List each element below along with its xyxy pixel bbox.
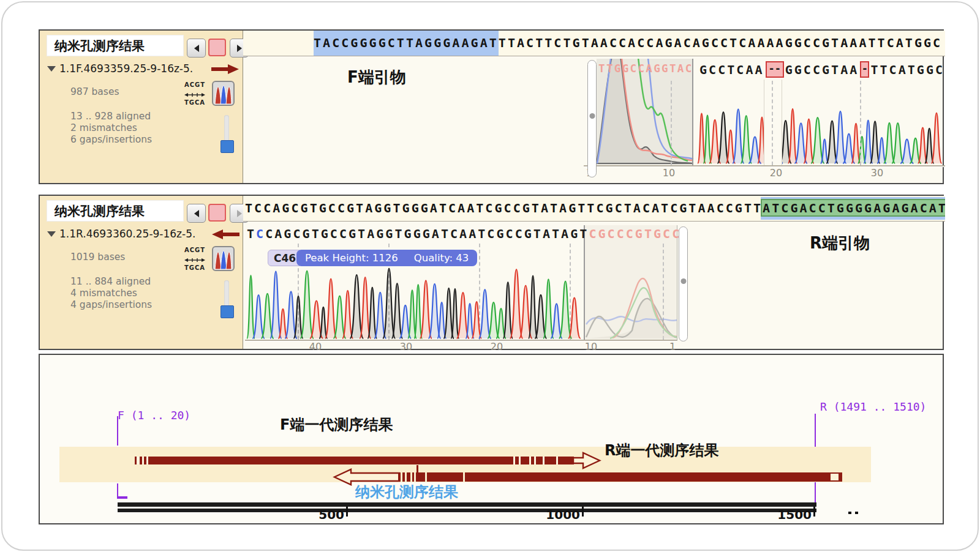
r-primer-range-label[interactable]: R (1491 .. 1510) bbox=[820, 400, 926, 413]
trace-pan-slider[interactable] bbox=[587, 60, 597, 177]
f-primer-bracket-foot bbox=[117, 496, 127, 499]
gridline bbox=[671, 81, 672, 165]
ruler-dot bbox=[848, 512, 851, 514]
r-sanger-label: R端一代测序结果 bbox=[605, 441, 718, 460]
trace-right-edge bbox=[677, 225, 677, 341]
right-arrow-icon bbox=[237, 210, 242, 217]
gap-band bbox=[764, 80, 782, 165]
unaligned-read-bases: CGCCCGTGCC bbox=[589, 226, 681, 241]
ruler-tick-label: 40 bbox=[309, 341, 322, 352]
prev-read-button[interactable] bbox=[187, 204, 206, 223]
gap-marker[interactable]: -- bbox=[766, 61, 784, 78]
read-end-block bbox=[831, 474, 839, 480]
gap-gridline bbox=[860, 81, 861, 165]
mismatch-tick bbox=[425, 472, 427, 482]
ruler-number: 1500 bbox=[777, 507, 812, 522]
ruler-tick-label: 30 bbox=[871, 167, 883, 179]
forward-read-panel: 纳米孔测序结果 1.1F.4693359.25-9-16z-5. 987 bas… bbox=[39, 29, 944, 184]
prev-read-button[interactable] bbox=[187, 39, 206, 58]
ruler-tick-label: 1 bbox=[669, 341, 676, 352]
reference-sequence[interactable]: TCCAGCGTGCCGTAGGTGGGATCAATCGCCGTATAGTTCG… bbox=[243, 196, 945, 221]
collapse-triangle-icon[interactable] bbox=[47, 231, 56, 237]
read-name[interactable]: 1.1F.4693359.25-9-16z-5. bbox=[59, 62, 193, 75]
collapse-triangle-icon[interactable] bbox=[47, 66, 56, 72]
mismatch-tick bbox=[142, 457, 144, 464]
ruler-tick-label: 10 bbox=[585, 341, 597, 352]
mismatch-tick bbox=[513, 457, 515, 464]
f-sanger-label: F端一代测序结果 bbox=[280, 415, 393, 435]
reference-sequence-row[interactable]: TACCGGGGCTTAGGGAAGATTTACTTCTGTAACCACCAGA… bbox=[243, 31, 945, 56]
f-primer-label: F端引物 bbox=[347, 67, 406, 88]
mismatch-tick bbox=[556, 457, 558, 464]
ruler-dot bbox=[855, 512, 858, 514]
forward-read-sidebar: 纳米孔测序结果 1.1F.4693359.25-9-16z-5. 987 bas… bbox=[40, 31, 243, 183]
nanopore-read-label: 纳米孔测序结果 bbox=[355, 482, 458, 502]
reference-sequence-row[interactable]: TCCAGCGTGCCGTAGGTGGGATCAATCGCCGTATAGTTCG… bbox=[243, 196, 945, 222]
reverse-direction-arrow-icon bbox=[211, 229, 239, 242]
chromatogram-toggle-icon[interactable] bbox=[212, 246, 235, 271]
selected-base[interactable]: C bbox=[256, 226, 265, 241]
alignment-boundary bbox=[692, 59, 693, 166]
ruler-number: 1000 bbox=[546, 507, 580, 522]
mismatch-tick bbox=[463, 472, 465, 482]
nanopore-read-bar[interactable] bbox=[118, 502, 816, 507]
left-arrow-icon bbox=[194, 210, 199, 217]
ruler-tick bbox=[582, 507, 584, 517]
base-count: 1019 bases bbox=[70, 252, 125, 263]
left-arrow-icon bbox=[194, 45, 199, 52]
mismatch-tick bbox=[137, 457, 140, 464]
insertion-tick bbox=[417, 465, 418, 472]
mismatch-tick bbox=[529, 457, 531, 464]
mismatch-tick bbox=[401, 472, 402, 482]
forward-direction-arrow-icon bbox=[211, 64, 239, 76]
alignment-viewer-window: 纳米孔测序结果 1.1F.4693359.25-9-16z-5. 987 bas… bbox=[0, 0, 980, 552]
f-primer-range-label[interactable]: F (1 .. 20) bbox=[118, 409, 190, 422]
gap-marker[interactable]: - bbox=[860, 61, 869, 78]
alignment-stats: 11 .. 884 aligned 4 mismatches 4 gaps/in… bbox=[70, 276, 152, 311]
acgt-icon[interactable]: ACGT TGCA bbox=[182, 82, 208, 106]
zoom-slider-handle[interactable] bbox=[221, 305, 234, 318]
read-bases-row[interactable]: TCCAGCGTGCCGTAGGTGGGATCAATCGCCGTATAGTCGC… bbox=[247, 226, 681, 241]
nanopore-read-bar[interactable] bbox=[118, 509, 816, 512]
zoom-slider-handle[interactable] bbox=[221, 140, 234, 153]
ruler-line bbox=[584, 165, 945, 167]
ruler-number: 500 bbox=[318, 507, 344, 522]
mismatch-tick bbox=[543, 457, 545, 464]
ruler-tick-label: 20 bbox=[770, 167, 782, 179]
read-name[interactable]: 1.1R.4693360.25-9-16z-5. bbox=[59, 228, 195, 240]
chromatogram-traces bbox=[245, 225, 677, 340]
chromatogram-toggle-icon[interactable] bbox=[212, 81, 235, 106]
read-color-button[interactable] bbox=[208, 39, 226, 56]
acgt-arrows-icon bbox=[184, 258, 205, 263]
reverse-read-sidebar: 纳米孔测序结果 1.1R.4693360.25-9-16z-5. 1019 ba… bbox=[40, 196, 243, 349]
f-sanger-read-bar[interactable] bbox=[135, 457, 574, 464]
panel-title: 纳米孔测序结果 bbox=[47, 35, 184, 56]
f-read-arrowhead-icon bbox=[573, 452, 601, 469]
gap-gridline bbox=[772, 81, 773, 165]
alignment-stats: 13 .. 928 aligned 2 mismatches 6 gaps/in… bbox=[70, 111, 152, 146]
mismatch-tick bbox=[410, 472, 412, 482]
reference-sequence[interactable]: TACCGGGGCTTAGGGAAGATTTACTTCTGTAACCACCAGA… bbox=[243, 31, 945, 56]
right-arrow-icon bbox=[237, 45, 242, 52]
unaligned-read-bases[interactable]: TTGGCCAGGTAC bbox=[598, 62, 693, 75]
ruler-tick-label: 20 bbox=[491, 341, 503, 352]
r-sanger-read-bar[interactable] bbox=[398, 472, 842, 482]
base-count: 987 bases bbox=[70, 86, 119, 97]
ruler-tick-label: 30 bbox=[400, 341, 412, 352]
read-bases-row[interactable]: GCCTCAA--GGCCGTAA-TTCATGGC bbox=[699, 61, 944, 78]
acgt-icon[interactable]: ACGT TGCA bbox=[182, 247, 208, 271]
alignment-map-panel: F (1 .. 20) R (1491 .. 1510) F端一代测序结果 R端… bbox=[39, 354, 944, 524]
ruler-tick bbox=[346, 507, 348, 517]
unaligned-trace-curves bbox=[586, 278, 677, 338]
read-color-button[interactable] bbox=[208, 204, 226, 222]
r-primer-label: R端引物 bbox=[810, 233, 870, 254]
mismatch-tick bbox=[414, 472, 416, 482]
mismatch-tick bbox=[519, 457, 521, 464]
acgt-arrows-icon bbox=[184, 92, 205, 97]
mismatch-tick bbox=[146, 457, 148, 464]
reverse-read-panel: 纳米孔测序结果 1.1R.4693360.25-9-16z-5. 1019 ba… bbox=[39, 195, 944, 350]
f-primer-bracket bbox=[117, 416, 118, 446]
trace-pan-slider[interactable] bbox=[679, 226, 688, 341]
ruler-tick-label: 10 bbox=[663, 167, 675, 179]
peak-tooltip: Peak Height: 1126 Quality: 43 bbox=[296, 250, 477, 266]
